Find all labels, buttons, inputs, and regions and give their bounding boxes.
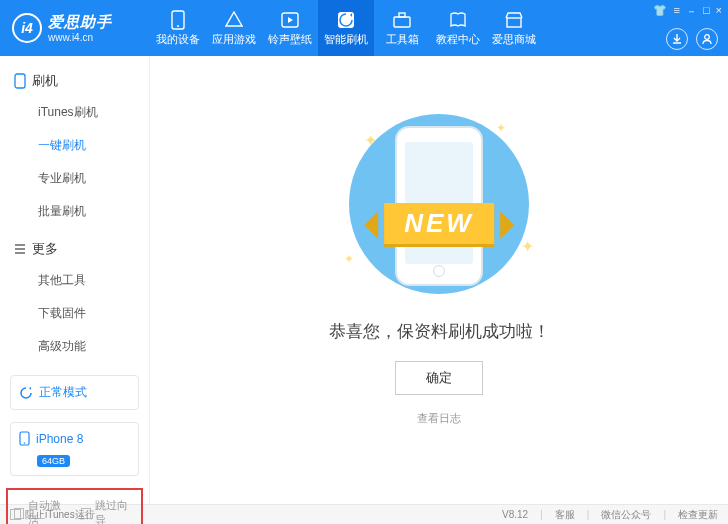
logo: i4 爱思助手 www.i4.cn xyxy=(0,13,150,43)
block-itunes-checkbox[interactable]: 阻止iTunes运行 xyxy=(10,508,95,522)
tab-apps-games[interactable]: 应用游戏 xyxy=(206,0,262,56)
store-icon xyxy=(504,10,524,30)
phone-icon xyxy=(19,431,30,446)
refresh-icon xyxy=(19,386,33,400)
tab-smart-flash[interactable]: 智能刷机 xyxy=(318,0,374,56)
media-icon xyxy=(280,10,300,30)
phone-icon xyxy=(14,73,26,89)
app-url: www.i4.cn xyxy=(48,32,112,43)
svg-rect-4 xyxy=(394,17,410,27)
sidebar-item-advanced[interactable]: 高级功能 xyxy=(0,330,149,363)
flash-icon xyxy=(336,10,356,30)
window-controls: 👕 ≡ － □ × xyxy=(653,4,722,19)
tab-toolbox[interactable]: 工具箱 xyxy=(374,0,430,56)
close-button[interactable]: × xyxy=(716,4,722,19)
download-button[interactable] xyxy=(666,28,688,50)
logo-icon: i4 xyxy=(12,13,42,43)
sidebar-item-batch-flash[interactable]: 批量刷机 xyxy=(0,195,149,228)
sparkle-icon: ✦ xyxy=(496,121,506,135)
view-log-link[interactable]: 查看日志 xyxy=(417,411,461,426)
device-name: iPhone 8 xyxy=(36,432,83,446)
ok-button[interactable]: 确定 xyxy=(395,361,483,395)
title-bar: i4 爱思助手 www.i4.cn 我的设备 应用游戏 铃声壁纸 智能刷机 工具… xyxy=(0,0,728,56)
success-message: 恭喜您，保资料刷机成功啦！ xyxy=(329,320,550,343)
book-icon xyxy=(448,10,468,30)
device-indicator[interactable]: iPhone 8 64GB xyxy=(10,422,139,476)
sparkle-icon: ✦ xyxy=(521,237,534,256)
sidebar-item-pro-flash[interactable]: 专业刷机 xyxy=(0,162,149,195)
sparkle-icon: ✦ xyxy=(344,252,354,266)
menu-icon xyxy=(14,243,26,255)
svg-rect-6 xyxy=(507,18,521,27)
new-ribbon: NEW xyxy=(384,203,494,244)
toolbox-icon xyxy=(392,10,412,30)
main-content: NEW ✦ ✦ ✦ ✦ 恭喜您，保资料刷机成功啦！ 确定 查看日志 xyxy=(150,56,728,504)
sparkle-icon: ✦ xyxy=(364,131,377,150)
sidebar-item-download-firmware[interactable]: 下载固件 xyxy=(0,297,149,330)
svg-point-1 xyxy=(177,25,179,27)
skin-button[interactable]: 👕 xyxy=(653,4,667,19)
sidebar: 刷机 iTunes刷机 一键刷机 专业刷机 批量刷机 更多 其他工具 下载固件 … xyxy=(0,56,150,504)
update-link[interactable]: 检查更新 xyxy=(678,508,718,522)
device-icon xyxy=(168,10,188,30)
mode-indicator[interactable]: 正常模式 xyxy=(10,375,139,410)
tab-store[interactable]: 爱思商城 xyxy=(486,0,542,56)
sidebar-group-more[interactable]: 更多 xyxy=(0,234,149,264)
storage-badge: 64GB xyxy=(37,455,70,467)
sidebar-item-oneclick-flash[interactable]: 一键刷机 xyxy=(0,129,149,162)
version-label: V8.12 xyxy=(502,509,528,520)
svg-rect-8 xyxy=(15,74,25,88)
svg-point-7 xyxy=(705,35,710,40)
tab-my-devices[interactable]: 我的设备 xyxy=(150,0,206,56)
wechat-link[interactable]: 微信公众号 xyxy=(601,508,651,522)
main-nav: 我的设备 应用游戏 铃声壁纸 智能刷机 工具箱 教程中心 爱思商城 xyxy=(150,0,728,56)
tab-tutorials[interactable]: 教程中心 xyxy=(430,0,486,56)
svg-point-10 xyxy=(24,442,26,444)
maximize-button[interactable]: □ xyxy=(703,4,710,19)
sidebar-item-itunes-flash[interactable]: iTunes刷机 xyxy=(0,96,149,129)
svg-rect-5 xyxy=(399,13,405,17)
user-button[interactable] xyxy=(696,28,718,50)
apps-icon xyxy=(224,10,244,30)
tab-ringtones[interactable]: 铃声壁纸 xyxy=(262,0,318,56)
sidebar-item-other-tools[interactable]: 其他工具 xyxy=(0,264,149,297)
sidebar-group-flash[interactable]: 刷机 xyxy=(0,66,149,96)
header-actions xyxy=(666,28,718,50)
minimize-button[interactable]: － xyxy=(686,4,697,19)
app-name: 爱思助手 xyxy=(48,13,112,32)
support-link[interactable]: 客服 xyxy=(555,508,575,522)
menu-button[interactable]: ≡ xyxy=(673,4,679,19)
success-illustration: NEW ✦ ✦ ✦ ✦ xyxy=(324,111,554,296)
